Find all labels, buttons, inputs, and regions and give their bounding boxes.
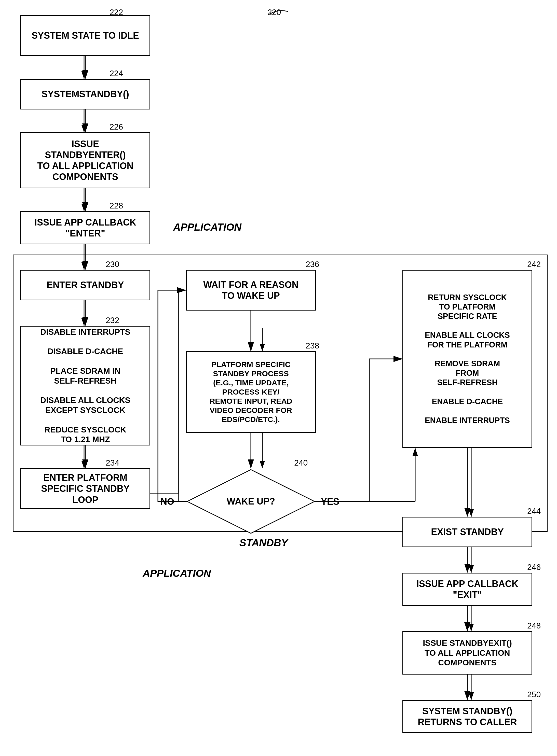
ref-238: 238 — [305, 341, 319, 350]
box-228: ISSUE APP CALLBACK "ENTER" — [20, 211, 150, 244]
ref-240: 240 — [294, 458, 307, 468]
ref-246: 246 — [527, 563, 541, 572]
ref-230: 230 — [106, 260, 119, 269]
label-application-top: APPLICATION — [173, 221, 241, 233]
ref-228: 228 — [110, 201, 123, 211]
box-244: EXIST STANDBY — [402, 517, 532, 547]
box-250: SYSTEM STANDBY() RETURNS TO CALLER — [402, 700, 532, 733]
box-248: ISSUE STANDBYEXIT() TO ALL APPLICATION C… — [402, 631, 532, 674]
box-230: ENTER STANDBY — [20, 270, 150, 301]
ref-248: 248 — [527, 621, 541, 631]
ref-232: 232 — [106, 316, 119, 325]
box-238: PLATFORM SPECIFIC STANDBY PROCESS (E.G.,… — [186, 351, 316, 433]
box-242: RETURN SYSCLOCK TO PLATFORM SPECIFIC RAT… — [402, 270, 532, 448]
ref-226: 226 — [110, 122, 123, 132]
box-226: ISSUE STANDBYENTER() TO ALL APPLICATION … — [20, 132, 150, 188]
ref-224: 224 — [110, 69, 123, 78]
ref-244: 244 — [527, 507, 541, 516]
diamond-240: WAKE UP? — [186, 468, 316, 535]
ref-220: 220 — [267, 8, 281, 17]
box-234: ENTER PLATFORM SPECIFIC STANDBY LOOP — [20, 468, 150, 509]
box-246: ISSUE APP CALLBACK "EXIT" — [402, 573, 532, 606]
label-yes: YES — [321, 496, 339, 507]
box-224: SYSTEMSTANDBY() — [20, 79, 150, 109]
box-222: SYSTEM STATE TO IDLE — [20, 15, 150, 56]
box-236: WAIT FOR A REASON TO WAKE UP — [186, 270, 316, 311]
box-232: DISABLE INTERRUPTS DISABLE D-CACHE PLACE… — [20, 326, 150, 445]
label-no: NO — [160, 496, 174, 507]
ref-250: 250 — [527, 690, 541, 699]
ref-236: 236 — [305, 260, 319, 269]
label-standby: STANDBY — [239, 537, 288, 548]
label-application-bottom: APPLICATION — [143, 568, 211, 579]
ref-242: 242 — [527, 260, 541, 269]
ref-234: 234 — [106, 458, 119, 468]
